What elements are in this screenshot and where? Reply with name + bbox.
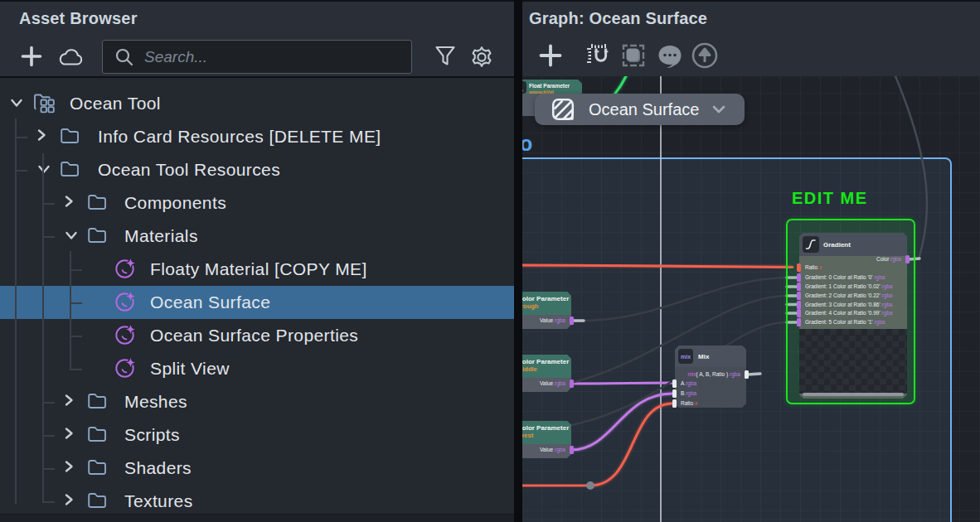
graph-canvas[interactable]: o Float ParameterunpackVal3➜Color Parame… bbox=[522, 76, 980, 522]
tree-item-shaders[interactable]: Shaders bbox=[0, 452, 514, 485]
port-out-value[interactable] bbox=[570, 379, 574, 388]
tree-item-split-view[interactable]: Split View bbox=[0, 352, 514, 385]
application-window: Asset Browser bbox=[0, 0, 980, 522]
graph-context-label: Ocean Surface bbox=[589, 100, 699, 119]
tree-item-scripts[interactable]: Scripts bbox=[0, 418, 514, 452]
tree-item-info-card-resources-delete-me[interactable]: Info Card Resources [DELETE ME] bbox=[0, 120, 514, 153]
tree-item-label: Textures bbox=[124, 491, 193, 511]
frame-selection-button[interactable] bbox=[620, 43, 647, 70]
node-header: Color ParameterTrough bbox=[522, 292, 571, 315]
node-header: Float ParameterunpackVal bbox=[522, 80, 582, 94]
node-row: Ratio.x bbox=[681, 399, 697, 408]
chevron-right-icon[interactable] bbox=[64, 426, 74, 444]
port-in-gradient-4-color-at-ratio-0-99[interactable] bbox=[797, 309, 801, 317]
tree-item-materials[interactable]: Materials bbox=[0, 220, 514, 253]
chevron-right-icon[interactable] bbox=[36, 128, 46, 146]
settings-button[interactable] bbox=[468, 45, 495, 71]
search-input[interactable] bbox=[134, 48, 411, 66]
chevron-right-icon[interactable] bbox=[64, 492, 74, 510]
node-row: Ratio.x bbox=[805, 263, 822, 272]
port-in-a[interactable] bbox=[672, 379, 677, 388]
graph-title: Graph: Ocean Surface bbox=[529, 9, 707, 28]
node-row: Gradient: 0 Color at Ratio '0'.rgba bbox=[805, 273, 885, 282]
port-in-gradient-0-color-at-ratio-0[interactable] bbox=[797, 273, 801, 282]
tree-item-ocean-tool-resources[interactable]: Ocean Tool Resources bbox=[0, 153, 514, 186]
node-resize-footer[interactable] bbox=[803, 393, 904, 396]
port-out-value[interactable] bbox=[570, 317, 574, 325]
chevron-right-icon[interactable] bbox=[64, 194, 74, 212]
node-gradient[interactable]: GradientColor.rgbaRatio.xGradient: 0 Col… bbox=[799, 233, 907, 399]
image-icon bbox=[551, 98, 575, 121]
panel-splitter[interactable] bbox=[514, 0, 522, 522]
asset-search-box[interactable] bbox=[102, 40, 412, 74]
snap-to-grid-button[interactable] bbox=[585, 42, 613, 70]
port-out-value[interactable] bbox=[570, 446, 574, 454]
add-comment-button[interactable] bbox=[657, 45, 683, 70]
float-parameter-badge-icon: 3➜ bbox=[522, 81, 526, 94]
chevron-down-icon[interactable] bbox=[64, 229, 79, 244]
node-row: Gradient: 5 Color at Ratio '1'.rgba bbox=[805, 318, 885, 326]
chevron-down-icon[interactable] bbox=[36, 162, 51, 177]
folder-icon bbox=[87, 491, 107, 511]
funnel-icon bbox=[434, 45, 456, 70]
port-in-gradient-5-color-at-ratio-1[interactable] bbox=[797, 318, 801, 326]
tree-item-ocean-surface-properties[interactable]: Ocean Surface Properties bbox=[0, 319, 514, 352]
port-in-ratio[interactable] bbox=[672, 399, 677, 408]
upload-circle-icon bbox=[691, 41, 719, 72]
port-in-gradient-1-color-at-ratio-0-02[interactable] bbox=[797, 283, 801, 291]
frame-selection-icon bbox=[620, 42, 647, 71]
add-node-button[interactable] bbox=[538, 44, 563, 69]
folder-icon bbox=[60, 160, 80, 180]
add-asset-button[interactable] bbox=[20, 46, 43, 69]
node-row: Gradient: 4 Color at Ratio '0.99'.rgba bbox=[805, 309, 892, 317]
filter-button[interactable] bbox=[433, 45, 458, 70]
plus-icon bbox=[539, 44, 562, 70]
chevron-right-icon[interactable] bbox=[64, 459, 74, 477]
tree-item-meshes[interactable]: Meshes bbox=[0, 385, 514, 418]
upload-button[interactable] bbox=[691, 42, 719, 70]
port-in-gradient-3-color-at-ratio-0-86[interactable] bbox=[797, 301, 801, 309]
graph-toolbar bbox=[522, 36, 980, 76]
node-row: A.rgba bbox=[681, 379, 696, 388]
tree-item-textures[interactable]: Textures bbox=[0, 485, 514, 514]
tree-item-label: Shaders bbox=[124, 458, 192, 478]
node-row: Gradient: 2 Color at Ratio '0.22'.rgba bbox=[805, 292, 892, 300]
port-out-mix-a-b-ratio[interactable] bbox=[745, 370, 749, 379]
folder-icon bbox=[87, 392, 107, 412]
graph-context-dropdown[interactable]: Ocean Surface bbox=[535, 94, 745, 125]
tree-item-ocean-surface[interactable]: Ocean Surface bbox=[0, 286, 514, 319]
graph-header: Graph: Ocean Surface bbox=[522, 0, 980, 77]
tree-item-label: Split View bbox=[150, 359, 230, 379]
tree-item-floaty-material-copy-me[interactable]: Floaty Material [COPY ME] bbox=[0, 253, 514, 286]
asset-browser-header: Asset Browser bbox=[0, 0, 514, 77]
material-icon bbox=[115, 257, 138, 283]
tree-item-label: Ocean Surface bbox=[150, 292, 270, 312]
plus-icon bbox=[21, 46, 42, 70]
node-color-parameter-middle[interactable]: Color ParameterMiddleValue.rgba bbox=[522, 355, 571, 392]
tree-item-label: Components bbox=[124, 193, 226, 213]
node-color-parameter-trough[interactable]: Color ParameterTroughValue.rgba bbox=[522, 292, 571, 329]
asset-browser-toolbar bbox=[0, 36, 514, 76]
tree-item-label: Ocean Tool Resources bbox=[98, 160, 280, 180]
cloud-sync-button[interactable] bbox=[56, 47, 85, 69]
port-in-b[interactable] bbox=[672, 389, 677, 398]
tree-item-label: Info Card Resources [DELETE ME] bbox=[98, 127, 381, 147]
material-icon bbox=[115, 290, 138, 316]
node-color-parameter-crest[interactable]: Color ParameterCrestValue.rgba bbox=[522, 421, 571, 458]
gradient-badge-icon bbox=[803, 236, 819, 253]
port-in-ratio[interactable] bbox=[797, 263, 801, 272]
graph-panel: Graph: Ocean Surface bbox=[522, 0, 980, 522]
chevron-right-icon[interactable] bbox=[64, 393, 74, 411]
asset-tree: Ocean ToolInfo Card Resources [DELETE ME… bbox=[0, 78, 514, 514]
tree-item-components[interactable]: Components bbox=[0, 186, 514, 220]
node-layer: Float ParameterunpackVal3➜Color Paramete… bbox=[522, 76, 980, 522]
snap-magnet-icon bbox=[584, 41, 614, 73]
folder-icon bbox=[87, 226, 107, 246]
node-row: B.rgba bbox=[681, 389, 696, 398]
port-in-gradient-2-color-at-ratio-0-22[interactable] bbox=[797, 292, 801, 300]
port-out-color[interactable] bbox=[905, 255, 910, 263]
asset-browser-panel: Asset Browser bbox=[0, 0, 514, 522]
material-icon bbox=[115, 323, 138, 349]
chevron-down-icon[interactable] bbox=[9, 96, 24, 111]
tree-item-ocean-tool[interactable]: Ocean Tool bbox=[0, 87, 514, 120]
